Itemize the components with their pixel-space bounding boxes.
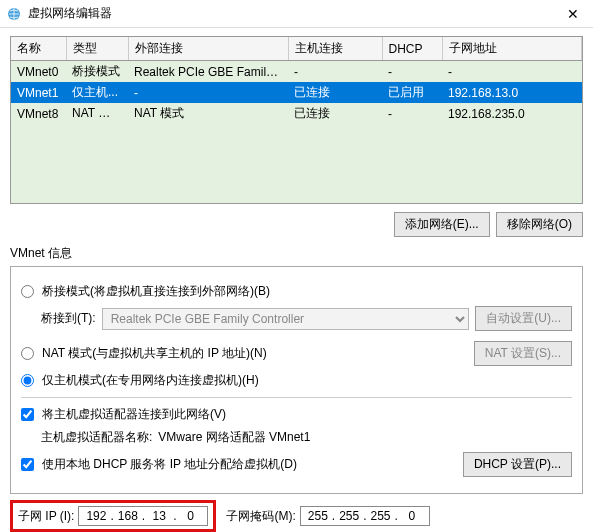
table-header[interactable]: 外部连接 — [128, 37, 288, 61]
host-adapter-name-value: VMware 网络适配器 VMnet1 — [158, 429, 310, 446]
table-header[interactable]: 主机连接 — [288, 37, 382, 61]
table-header[interactable]: 子网地址 — [442, 37, 582, 61]
auto-settings-button: 自动设置(U)... — [475, 306, 572, 331]
network-table[interactable]: 名称类型外部连接主机连接DHCP子网地址 VMnet0桥接模式Realtek P… — [10, 36, 583, 204]
group-title: VMnet 信息 — [10, 245, 583, 262]
radio-nat-label: NAT 模式(与虚拟机共享主机的 IP 地址)(N) — [42, 345, 267, 362]
close-icon[interactable]: ✕ — [559, 6, 587, 22]
subnet-mask-label: 子网掩码(M): — [226, 508, 295, 525]
table-header[interactable]: 名称 — [11, 37, 66, 61]
table-header[interactable]: DHCP — [382, 37, 442, 61]
radio-bridged[interactable] — [21, 285, 34, 298]
check-host-adapter[interactable] — [21, 408, 34, 421]
check-host-adapter-label: 将主机虚拟适配器连接到此网络(V) — [42, 406, 226, 423]
subnet-ip-input[interactable]: 192. 168. 13. 0 — [78, 506, 208, 526]
host-adapter-name-label: 主机虚拟适配器名称: — [41, 429, 152, 446]
window-title: 虚拟网络编辑器 — [28, 5, 559, 22]
radio-bridged-label: 桥接模式(将虚拟机直接连接到外部网络)(B) — [42, 283, 270, 300]
radio-hostonly[interactable] — [21, 374, 34, 387]
table-header[interactable]: 类型 — [66, 37, 128, 61]
radio-hostonly-label: 仅主机模式(在专用网络内连接虚拟机)(H) — [42, 372, 259, 389]
table-row[interactable]: VMnet1仅主机...-已连接已启用192.168.13.0 — [11, 82, 582, 103]
table-row[interactable]: VMnet0桥接模式Realtek PCIe GBE Family Co...-… — [11, 61, 582, 83]
check-dhcp[interactable] — [21, 458, 34, 471]
nat-settings-button: NAT 设置(S)... — [474, 341, 572, 366]
dhcp-settings-button[interactable]: DHCP 设置(P)... — [463, 452, 572, 477]
table-row[interactable]: VMnet8NAT 模式NAT 模式已连接-192.168.235.0 — [11, 103, 582, 124]
remove-network-button[interactable]: 移除网络(O) — [496, 212, 583, 237]
check-dhcp-label: 使用本地 DHCP 服务将 IP 地址分配给虚拟机(D) — [42, 456, 297, 473]
add-network-button[interactable]: 添加网络(E)... — [394, 212, 490, 237]
radio-nat[interactable] — [21, 347, 34, 360]
app-icon — [6, 6, 22, 22]
bridged-to-label: 桥接到(T): — [41, 310, 96, 327]
subnet-ip-label: 子网 IP (I): — [18, 508, 74, 525]
subnet-mask-input[interactable]: 255. 255. 255. 0 — [300, 506, 430, 526]
bridged-to-select: Realtek PCIe GBE Family Controller — [102, 308, 470, 330]
